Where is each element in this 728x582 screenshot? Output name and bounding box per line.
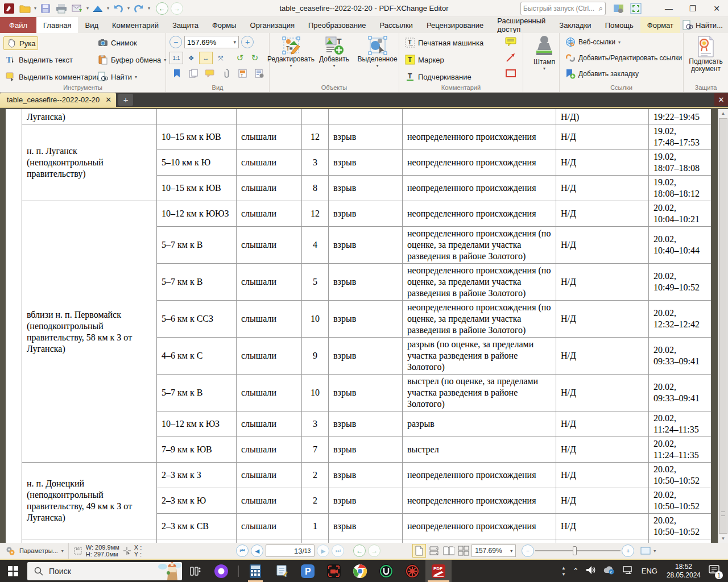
find-menu-button[interactable]: Найти...: [680, 19, 725, 31]
previous-view-button[interactable]: ←: [353, 544, 366, 557]
close-all-button[interactable]: ✕: [714, 93, 728, 106]
hand-tool-button[interactable]: Рука: [3, 36, 38, 50]
next-view-button[interactable]: →: [368, 544, 380, 557]
snapshot-button[interactable]: Снимок: [96, 36, 139, 49]
undo-button[interactable]: [111, 2, 125, 15]
zoom-level-select[interactable]: 157.69% ▾: [184, 36, 239, 48]
stamp-button[interactable]: Штамп ▾: [523, 35, 565, 71]
email-dropdown[interactable]: ▾: [86, 6, 89, 11]
tab-accessibility[interactable]: Расширенный доступ: [490, 17, 552, 33]
tab-home[interactable]: Главная: [36, 17, 78, 33]
language-indicator[interactable]: ENG: [637, 567, 662, 575]
fit-page-button[interactable]: ✥: [184, 52, 198, 64]
typewriter-button[interactable]: T Печатная машинка: [403, 36, 486, 49]
calculator-app-button[interactable]: [242, 560, 268, 582]
two-page-layout-button[interactable]: [442, 544, 456, 558]
scroll-down-icon[interactable]: ▼: [718, 534, 728, 543]
onedrive-icon[interactable]: e: [599, 566, 619, 576]
zoom-out-button[interactable]: −: [169, 36, 182, 48]
status-zoom-in-button[interactable]: +: [622, 544, 634, 557]
open-file-button[interactable]: [18, 2, 32, 15]
p-app-button[interactable]: P: [295, 560, 321, 582]
page-view-mode-button[interactable]: [639, 544, 652, 558]
bookmarks-pane-icon[interactable]: [169, 67, 184, 80]
tab-file[interactable]: Файл: [0, 17, 36, 33]
clipboard-button[interactable]: Буфер обмена ▾: [96, 53, 168, 66]
select-text-button[interactable]: T Выделить текст: [3, 53, 75, 66]
minimize-button[interactable]: —: [657, 0, 680, 17]
task-view-button[interactable]: [182, 560, 208, 582]
open-file-dropdown[interactable]: ▾: [34, 6, 36, 11]
redo-button[interactable]: [132, 2, 146, 15]
redo-dropdown[interactable]: ▾: [148, 6, 150, 11]
new-tab-button[interactable]: +: [118, 94, 133, 106]
status-zoom-out-button[interactable]: −: [522, 544, 534, 557]
zoom-slider[interactable]: [535, 550, 621, 551]
history-forward-button[interactable]: →: [171, 2, 183, 15]
properties-pane-icon[interactable]: [252, 67, 267, 80]
tab-help[interactable]: Помощь: [598, 17, 640, 33]
zoom-slider-thumb[interactable]: [573, 546, 577, 555]
highlight-button[interactable]: T Маркер: [403, 53, 446, 66]
fit-width-button[interactable]: ↔: [199, 52, 213, 64]
alice-assistant-button[interactable]: [208, 560, 234, 582]
tab-comment[interactable]: Комментарий: [105, 17, 166, 33]
tab-forms[interactable]: Формы: [205, 17, 243, 33]
tray-scroll-buttons[interactable]: ▲▼: [558, 566, 569, 577]
select-comments-button[interactable]: Выделить комментарии: [3, 70, 103, 83]
fullscreen-button[interactable]: [628, 2, 644, 15]
driver-booster-app-button[interactable]: [399, 560, 425, 582]
fields-pane-icon[interactable]: T: [235, 67, 250, 80]
continuous-layout-button[interactable]: [427, 544, 441, 558]
history-back-button[interactable]: ←: [156, 2, 168, 15]
tab-view[interactable]: Вид: [78, 17, 105, 33]
single-page-layout-button[interactable]: [412, 544, 426, 558]
scrollbar-thumb[interactable]: [719, 118, 727, 534]
tab-organize[interactable]: Организация: [243, 17, 301, 33]
page-number-input[interactable]: 13 /13: [266, 544, 315, 557]
actual-size-button[interactable]: 1:1: [169, 52, 183, 64]
chrome-app-button[interactable]: [347, 560, 373, 582]
tab-bookmarks[interactable]: Закладки: [552, 17, 598, 33]
scroll-up-icon[interactable]: ▲: [718, 109, 728, 118]
add-edit-links-button[interactable]: Добавить/Редактировать ссылки: [563, 52, 684, 64]
underline-button[interactable]: T Подчеркивание: [403, 70, 474, 83]
web-links-button[interactable]: Веб-ссылки ▾: [563, 36, 623, 48]
tab-share[interactable]: Рассылки: [373, 17, 420, 33]
export-dropdown[interactable]: ▾: [107, 6, 109, 11]
rectangle-tool-icon[interactable]: [503, 67, 518, 80]
document-tab-close-icon[interactable]: ✕: [105, 95, 111, 104]
page-view-mode-dropdown[interactable]: ▾: [653, 548, 656, 554]
ui-options-button[interactable]: [611, 2, 627, 15]
volume-icon[interactable]: [582, 566, 599, 576]
print-button[interactable]: [55, 2, 68, 15]
status-zoom-select[interactable]: 157.69% ▾: [471, 544, 516, 557]
taskbar-search-input[interactable]: Поиск: [27, 562, 182, 580]
iobit-uninstaller-app-button[interactable]: [373, 560, 399, 582]
sign-document-button[interactable]: Подписать документ: [685, 35, 727, 73]
sticky-note-tool-icon[interactable]: [503, 35, 518, 48]
fit-visible-button[interactable]: ⤧: [214, 52, 228, 64]
clock[interactable]: 18:52 28.05.2024: [662, 563, 705, 580]
arrow-tool-icon[interactable]: [503, 51, 518, 64]
last-page-button[interactable]: ⏭: [332, 544, 344, 557]
previous-page-button[interactable]: ◀: [251, 544, 263, 557]
search-highlight-image[interactable]: [157, 562, 182, 580]
options-dropdown[interactable]: ▾: [61, 548, 64, 554]
tab-protect[interactable]: Защита: [166, 17, 205, 33]
zoom-in-button[interactable]: +: [241, 36, 254, 48]
rotate-cw-button[interactable]: ↻: [248, 52, 262, 64]
save-button[interactable]: [39, 2, 52, 15]
export-button[interactable]: [91, 2, 105, 15]
start-button[interactable]: [0, 560, 26, 582]
maximize-button[interactable]: ❐: [681, 0, 704, 17]
attachments-pane-icon[interactable]: [219, 67, 234, 80]
comments-pane-icon[interactable]: [202, 67, 217, 80]
two-page-continuous-button[interactable]: [457, 544, 470, 558]
network-icon[interactable]: [619, 566, 637, 576]
find-button[interactable]: Найти ▾: [96, 70, 139, 83]
tray-expand-chevron[interactable]: ⌃: [569, 567, 582, 575]
undo-dropdown[interactable]: ▾: [127, 6, 130, 11]
close-button[interactable]: ✕: [705, 0, 728, 17]
vertical-scrollbar[interactable]: ▲ ▼: [718, 109, 728, 543]
